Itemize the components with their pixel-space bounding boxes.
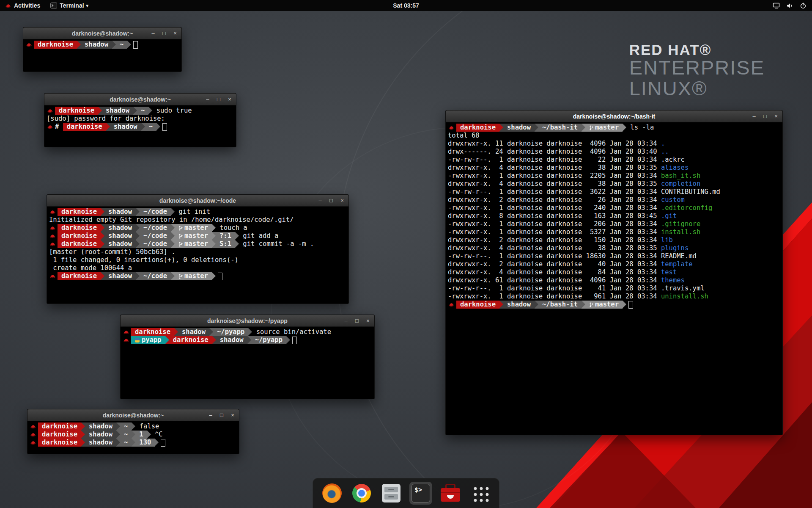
prompt-segment: shadow — [85, 422, 116, 431]
terminal-window-code[interactable]: darknoise@shadow:~/code – □ × darknoises… — [47, 194, 349, 304]
terminal-text: total 68 — [448, 132, 480, 140]
powerline-separator — [499, 301, 503, 309]
minimize-button[interactable]: – — [205, 97, 211, 102]
close-button[interactable]: × — [365, 318, 371, 323]
titlebar[interactable]: darknoise@shadow:~ – □ × — [44, 94, 236, 105]
terminal-line: create mode 100644 a — [49, 264, 346, 272]
terminal-text: -rw-rw-r--. 1 darknoise darknoise 41 Jan… — [448, 284, 661, 293]
top-bar: Activities Terminal ▾ Sat 03:57 — [0, 0, 812, 11]
terminal-content[interactable]: darknoiseshadow~ sudo true[sudo] passwor… — [45, 105, 236, 146]
terminal-text: . — [661, 140, 665, 148]
window-controls: – □ × — [150, 28, 178, 39]
terminal-window-pyapp[interactable]: darknoise@shadow:~/pyapp – □ × darknoise… — [120, 315, 375, 399]
terminal-window-home-2[interactable]: darknoise@shadow:~ – □ × darknoiseshadow… — [27, 409, 239, 454]
maximize-button[interactable]: □ — [219, 412, 225, 418]
prompt-segment: darknoise — [34, 41, 77, 49]
prompt-segment: ?:1 — [216, 232, 235, 240]
dock-item-redhat-toolbox[interactable] — [439, 482, 462, 505]
activities-label: Activities — [14, 2, 40, 9]
terminal-content[interactable]: darknoiseshadow~/bash-itmaster ls -latot… — [446, 122, 782, 434]
terminal-window-bash-it[interactable]: darknoise@shadow:~/bash-it – □ × darknoi… — [445, 110, 783, 435]
prompt-segment: ~/code — [140, 232, 171, 240]
activities-button[interactable]: Activities — [0, 0, 45, 11]
prompt-segment: master — [175, 240, 212, 248]
display-icon[interactable] — [771, 0, 782, 11]
terminal-text: drwxrwxr-x. 4 darknoise darknoise 84 Jan… — [448, 268, 661, 276]
git-branch-icon — [178, 273, 183, 279]
close-button[interactable]: × — [227, 97, 233, 102]
prompt-segment: ~/bash-it — [538, 124, 582, 132]
terminal-line: -rw-rw-r--. 1 darknoise darknoise 41 Jan… — [448, 284, 780, 293]
brand-redhat: RED HAT® — [629, 42, 765, 58]
terminal-text: drwxrwxr-x. 4 darknoise darknoise 38 Jan… — [448, 180, 661, 188]
maximize-button[interactable]: □ — [354, 318, 360, 323]
volume-icon[interactable] — [784, 0, 795, 11]
terminal-line: 1 file changed, 0 insertions(+), 0 delet… — [49, 256, 346, 264]
maximize-button[interactable]: □ — [762, 113, 768, 119]
dock-item-firefox[interactable] — [321, 482, 343, 505]
minimize-button[interactable]: – — [343, 318, 349, 323]
terminal-window-home-1[interactable]: darknoise@shadow:~ – □ × darknoiseshadow… — [23, 27, 182, 72]
terminal-content[interactable]: darknoiseshadow~ — [24, 39, 181, 71]
terminal-text: test — [661, 268, 677, 276]
terminal-text: -rw-rw-r--. 1 darknoise darknoise 3622 J… — [448, 188, 661, 196]
terminal-line: -rw-rw-r--. 1 darknoise darknoise 3622 J… — [448, 188, 780, 196]
close-button[interactable]: × — [773, 113, 779, 119]
maximize-button[interactable]: □ — [328, 198, 334, 203]
terminal-content[interactable]: darknoiseshadow~/code git initInitialize… — [47, 207, 348, 303]
terminal-window-sudo[interactable]: darknoise@shadow:~ – □ × darknoiseshadow… — [44, 93, 236, 147]
terminal-line: -rwxrwxr-x. 1 darknoise darknoise 961 Ja… — [448, 293, 780, 301]
terminal-content[interactable]: darknoiseshadow~/pyapp source bin/activa… — [121, 327, 374, 398]
powerline-separator — [171, 272, 175, 280]
dock-item-files[interactable] — [380, 482, 403, 505]
app-menu-terminal[interactable]: Terminal ▾ — [45, 0, 93, 11]
terminal-line: [sudo] password for darknoise: — [47, 115, 234, 123]
maximize-button[interactable]: □ — [216, 97, 222, 102]
status-area — [771, 0, 809, 11]
titlebar[interactable]: darknoise@shadow:~/pyapp – □ × — [121, 315, 374, 327]
maximize-button[interactable]: □ — [161, 30, 167, 36]
powerline-separator — [101, 232, 104, 240]
minimize-button[interactable]: – — [751, 113, 757, 119]
terminal-text: git init — [175, 208, 210, 216]
titlebar[interactable]: darknoise@shadow:~/code – □ × — [47, 195, 348, 207]
terminal-text: -rwxrwxr-x. 1 darknoise darknoise 2205 J… — [448, 172, 661, 180]
dock-item-app-grid[interactable] — [469, 482, 491, 505]
close-button[interactable]: × — [339, 198, 345, 203]
terminal-line: total 68 — [448, 132, 780, 140]
terminal-text: .editorconfig — [661, 204, 712, 212]
toolbox-handle — [445, 484, 455, 488]
dock-item-terminal[interactable]: $> — [409, 482, 432, 505]
prompt-segment: ~/code — [140, 208, 171, 216]
toolbox-icon — [441, 484, 460, 502]
terminal-content[interactable]: darknoiseshadow~ falsedarknoiseshadow~1 … — [28, 421, 239, 453]
titlebar[interactable]: darknoise@shadow:~ – □ × — [23, 28, 181, 39]
terminal-text: ls -la — [626, 124, 654, 132]
prompt-segment: darknoise — [58, 208, 101, 216]
powerline-separator — [174, 328, 178, 336]
terminal-text: [sudo] password for darknoise: — [47, 115, 165, 123]
prompt-segment: darknoise — [58, 232, 101, 240]
dock-item-chrome[interactable] — [350, 482, 373, 505]
close-button[interactable]: × — [230, 412, 236, 418]
terminal-line: drwx------. 24 darknoise darknoise 4096 … — [448, 148, 780, 156]
powerline-separator — [132, 431, 135, 439]
chrome-icon — [352, 484, 371, 502]
powerline-separator — [209, 328, 213, 336]
prompt-segment: master — [585, 124, 623, 132]
prompt-segment: master — [585, 301, 623, 309]
titlebar[interactable]: darknoise@shadow:~ – □ × — [27, 409, 239, 421]
power-icon[interactable] — [798, 0, 809, 11]
powerline-separator — [101, 208, 104, 216]
close-button[interactable]: × — [172, 30, 178, 36]
powerline-separator — [171, 224, 175, 232]
terminal-app-icon: $> — [411, 484, 430, 502]
redhat-icon — [5, 3, 11, 8]
titlebar[interactable]: darknoise@shadow:~/bash-it – □ × — [446, 110, 782, 122]
minimize-button[interactable]: – — [208, 412, 214, 418]
clock[interactable]: Sat 03:57 — [393, 2, 419, 9]
minimize-button[interactable]: – — [317, 198, 323, 203]
terminal-text: source bin/activate — [252, 328, 331, 336]
prompt-segment: darknoise — [38, 431, 81, 439]
minimize-button[interactable]: – — [150, 30, 156, 36]
